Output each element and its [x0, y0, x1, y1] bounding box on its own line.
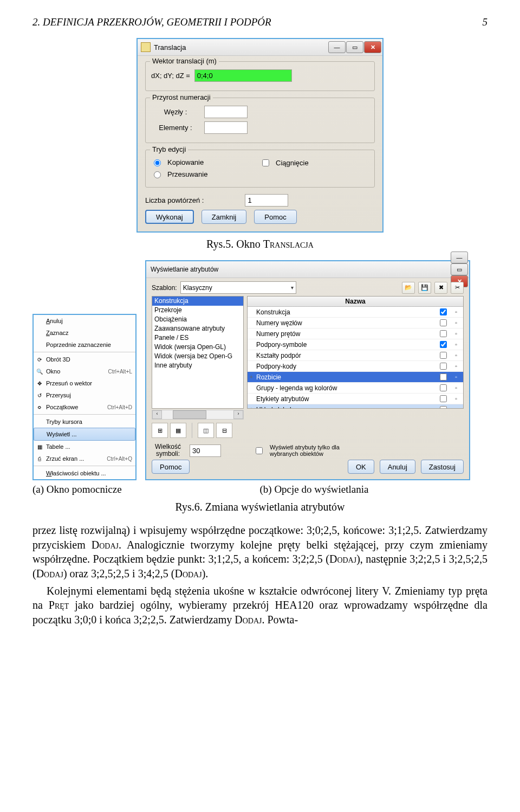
expand-icon[interactable]: + — [248, 374, 255, 380]
wielkosc-input[interactable] — [190, 444, 221, 457]
ok-button[interactable]: OK — [348, 460, 374, 474]
attribute-row[interactable]: +Układy lokalne▫ — [248, 404, 463, 409]
menu-item[interactable]: ▦Tabele ... — [34, 441, 135, 453]
menu-item[interactable]: ⟳Obrót 3D — [34, 353, 135, 365]
attribute-name: Kształty podpór — [255, 352, 437, 359]
menu-item[interactable]: 🔍OknoCtrl+Alt+L — [34, 365, 135, 377]
zastosuj-button[interactable]: Zastosuj — [421, 460, 464, 474]
titlebar[interactable]: Translacja — ▭ ✕ — [138, 39, 382, 56]
menu-item[interactable]: Wyświetl ... — [34, 428, 135, 441]
maximize-button[interactable]: ▭ — [346, 41, 363, 53]
menu-icon: ⟳ — [36, 356, 43, 363]
open-icon[interactable]: 📂 — [402, 282, 415, 294]
dxdydz-label: dX; dY; dZ = — [151, 72, 190, 80]
attribute-name: Podpory-kody — [255, 363, 437, 370]
list-item[interactable]: Przekroje — [152, 306, 243, 315]
attribute-symbol-icon: ▫ — [449, 396, 463, 402]
app-icon — [141, 42, 151, 52]
menu-label: Wyświetl ... — [47, 431, 77, 437]
attribute-name: Konstrukcja — [255, 308, 437, 316]
menu-item[interactable]: ⭘PoczątkoweCtrl+Alt+D — [34, 401, 135, 413]
menu-label: Początkowe — [46, 404, 78, 410]
szablon-label: Szablon: — [152, 284, 177, 292]
translacja-dialog: Translacja — ▭ ✕ Wektor translacji (m) d… — [136, 38, 384, 233]
menu-item[interactable]: Tryby kursora — [34, 416, 135, 428]
pomoc-button[interactable]: Pomoc — [152, 460, 190, 474]
wezly-input[interactable] — [204, 106, 248, 118]
menu-item[interactable]: ↺Przerysuj — [34, 389, 135, 401]
vector-input[interactable] — [194, 69, 292, 82]
attribute-checkbox[interactable] — [440, 406, 447, 409]
maximize-button[interactable]: ▭ — [451, 263, 468, 275]
category-list[interactable]: KonstrukcjaPrzekrojeObciążeniaZaawansowa… — [152, 296, 244, 409]
attribute-row[interactable]: Numery węzłów▫ — [248, 318, 463, 328]
hscrollbar[interactable]: ‹› — [152, 410, 244, 420]
liczba-input[interactable] — [245, 194, 288, 207]
only-selected-checkbox[interactable] — [256, 447, 263, 454]
attribute-checkbox[interactable] — [440, 384, 447, 391]
menu-icon — [36, 430, 44, 438]
attribute-symbol-icon: ▫ — [449, 341, 463, 347]
attribute-checkbox[interactable] — [440, 395, 447, 402]
attribute-row[interactable]: +Rozbicie▫ — [248, 372, 463, 383]
list-item[interactable]: Widok (wersja bez Open-G — [152, 352, 243, 361]
minimize-button[interactable]: — — [328, 41, 346, 53]
menu-icon: ✥ — [36, 379, 43, 387]
attribute-checkbox[interactable] — [440, 373, 447, 381]
group-tryb: Tryb edycji — [150, 145, 188, 153]
attribute-checkbox[interactable] — [440, 341, 447, 348]
pomoc-button[interactable]: Pomoc — [254, 210, 296, 224]
attribute-row[interactable]: Konstrukcja▫ — [248, 307, 463, 318]
list-item[interactable]: Inne atrybuty — [152, 361, 243, 370]
attribute-checkbox[interactable] — [440, 308, 447, 315]
elementy-label: Elementy : — [151, 124, 200, 132]
attribute-checkbox[interactable] — [440, 330, 447, 337]
menu-item[interactable]: Zaznacz — [34, 327, 135, 339]
anuluj-button[interactable]: Anuluj — [380, 460, 415, 474]
menu-item[interactable]: ⎙Zrzuć ekran ...Ctrl+Alt+Q — [34, 453, 135, 465]
zamknij-button[interactable]: Zamknij — [202, 210, 247, 224]
menu-label: Zrzuć ekran ... — [46, 455, 84, 462]
list-item[interactable]: Widok (wersja Open-GL) — [152, 343, 243, 352]
menu-icon: ▦ — [36, 443, 43, 450]
attribute-checkbox[interactable] — [440, 352, 447, 359]
kopiowanie-radio[interactable] — [154, 159, 161, 166]
attribute-checkbox[interactable] — [440, 319, 447, 326]
menu-item[interactable]: Właściwości obiektu ... — [34, 467, 135, 479]
attribute-row[interactable]: Etykiety atrybutów▫ — [248, 394, 463, 404]
expand-icon[interactable]: + — [248, 407, 255, 409]
attribute-row[interactable]: Grupy - legenda wg kolorów▫ — [248, 383, 463, 394]
stack-icon[interactable]: ⊟ — [216, 423, 232, 438]
minimize-button[interactable]: — — [451, 252, 468, 263]
attribute-row[interactable]: Kształty podpór▫ — [248, 350, 463, 361]
menu-item[interactable]: Anuluj — [34, 315, 135, 327]
kopiowanie-label: Kopiowanie — [167, 158, 204, 166]
cut-icon[interactable]: ✂ — [451, 282, 464, 294]
szablon-combo[interactable]: Klasyczny — [180, 281, 296, 294]
attribute-list[interactable]: Nazwa Konstrukcja▫Numery węzłów▫Numery p… — [247, 296, 464, 409]
attribute-checkbox[interactable] — [440, 363, 447, 370]
tile-icon[interactable]: ◫ — [198, 423, 214, 438]
menu-label: Obrót 3D — [46, 356, 70, 363]
list-item[interactable]: Konstrukcja — [152, 297, 243, 306]
layout-icon[interactable]: ⊞ — [152, 423, 168, 438]
list-item[interactable]: Obciążenia — [152, 315, 243, 324]
elementy-input[interactable] — [204, 121, 248, 134]
menu-item[interactable]: Poprzednie zaznaczenie — [34, 339, 135, 351]
grid-icon[interactable]: ▦ — [170, 423, 186, 438]
menu-item[interactable]: ✥Przesuń o wektor — [34, 377, 135, 389]
close-button[interactable]: ✕ — [364, 41, 381, 53]
list-item[interactable]: Panele / ES — [152, 333, 243, 343]
titlebar[interactable]: Wyświetlanie atrybutów — ▭ ✕ — [146, 261, 469, 278]
attribute-row[interactable]: Numery prętów▫ — [248, 328, 463, 339]
przesuwanie-radio[interactable] — [154, 171, 161, 178]
list-item[interactable]: Zaawansowane atrybuty — [152, 324, 243, 333]
menu-icon — [36, 341, 43, 349]
attribute-name: Rozbicie — [255, 373, 437, 381]
ciagniecie-checkbox[interactable] — [262, 159, 269, 166]
attribute-row[interactable]: Podpory-kody▫ — [248, 361, 463, 372]
wykonaj-button[interactable]: Wykonaj — [145, 210, 194, 224]
delete-icon[interactable]: ✖ — [434, 282, 447, 294]
save-icon[interactable]: 💾 — [418, 282, 431, 294]
attribute-row[interactable]: Podpory-symbole▫ — [248, 339, 463, 350]
